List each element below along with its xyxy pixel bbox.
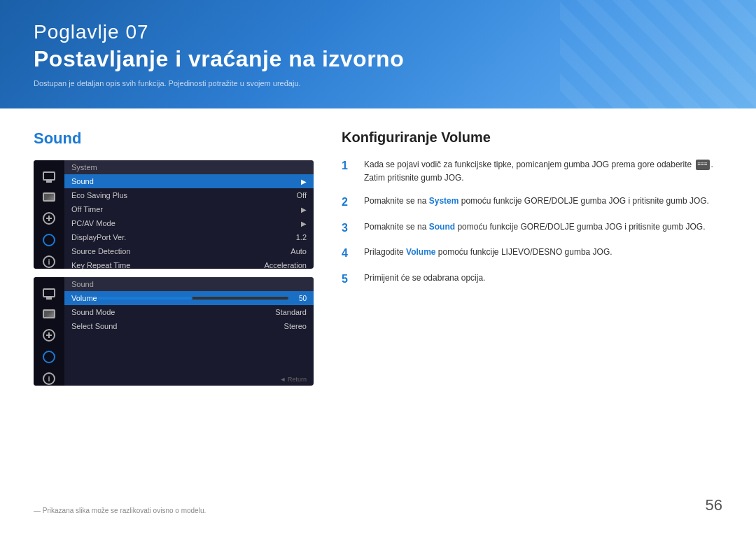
menu-items-2: Volume50Sound ModeStandardSelect SoundSt… xyxy=(64,291,314,373)
list-item: Sound▶ xyxy=(64,174,314,188)
crosshair-display-icon-2 xyxy=(43,329,55,342)
list-item: 5Primijenit će se odabrana opcija. xyxy=(342,272,722,287)
info-display-icon-2: i xyxy=(43,372,55,385)
list-item: Select SoundStereo xyxy=(64,319,314,333)
info-display-icon: i xyxy=(43,255,55,268)
image-icon-2 xyxy=(41,307,57,322)
gear-icon xyxy=(41,233,57,248)
list-item: 1Kada se pojavi vodič za funkcijske tipk… xyxy=(342,158,722,185)
crosshair-display-icon xyxy=(43,212,55,225)
list-item: Source DetectionAuto xyxy=(64,244,314,258)
image-display-icon-2 xyxy=(43,309,55,318)
list-item: DisplayPort Ver.1.2 xyxy=(64,230,314,244)
list-item: Off Timer▶ xyxy=(64,202,314,216)
return-label-2: ◄ Return xyxy=(64,373,314,386)
page-number: 56 xyxy=(706,496,722,514)
gear-display-icon xyxy=(43,234,55,246)
header-subtitle: Dostupan je detaljan opis svih funkcija.… xyxy=(34,79,722,87)
footer-note: Prikazana slika može se razlikovati ovis… xyxy=(34,507,206,514)
steps-list: 1Kada se pojavi vodič za funkcijske tipk… xyxy=(342,158,722,287)
chapter-label: Poglavlje 07 xyxy=(34,21,722,43)
info-icon: i xyxy=(41,254,57,269)
crosshair-icon xyxy=(41,211,57,226)
jog-icon: ≡≡≡ xyxy=(696,160,710,170)
monitor-sidebar-2: i xyxy=(34,277,64,386)
monitor-display-icon xyxy=(43,171,55,181)
list-item: Eco Saving PlusOff xyxy=(64,188,314,202)
gear-display-icon-2 xyxy=(43,351,55,363)
volume-bar-container: 50 xyxy=(97,295,307,302)
gear-icon-2 xyxy=(41,350,57,365)
monitor-menu-content-1: System Sound▶Eco Saving PlusOffOff Timer… xyxy=(64,160,314,269)
list-item: 2Pomaknite se na System pomoću funkcije … xyxy=(342,195,722,210)
chapter-title: Postavljanje i vraćanje na izvorno xyxy=(34,46,722,72)
monitor-menu-content-2: Sound Volume50Sound ModeStandardSelect S… xyxy=(64,277,314,386)
crosshair-icon-2 xyxy=(41,328,57,343)
screenshot-sound-menu: i Sound Volume50Sound ModeStandardSelect… xyxy=(34,277,314,386)
list-item: 3Pomaknite se na Sound pomoću funkcije G… xyxy=(342,220,722,236)
monitor-display-icon-2 xyxy=(43,288,55,297)
screenshot-system-menu: i System Sound▶Eco Saving PlusOffOff Tim… xyxy=(34,160,314,269)
main-content: Sound i System xyxy=(0,108,756,408)
list-item: Sound ModeStandard xyxy=(64,305,314,319)
info-icon-2: i xyxy=(41,371,57,386)
config-title: Konfiguriranje Volume xyxy=(342,129,722,146)
image-display-icon xyxy=(43,192,55,202)
list-item: 4Prilagodite Volume pomoću funkcije LIJE… xyxy=(342,246,722,261)
menu-items-1: Sound▶Eco Saving PlusOffOff Timer▶PC/AV … xyxy=(64,174,314,269)
monitor-icon-2 xyxy=(41,286,57,300)
header-banner: Poglavlje 07 Postavljanje i vraćanje na … xyxy=(0,0,756,108)
image-icon xyxy=(41,190,57,205)
menu-header-1: System xyxy=(64,160,314,174)
list-item: Volume50 xyxy=(64,291,314,305)
list-item: Key Repeat TimeAcceleration xyxy=(64,258,314,269)
section-title: Sound xyxy=(34,129,314,148)
left-column: Sound i System xyxy=(34,129,314,394)
monitor-icon xyxy=(41,169,57,183)
menu-header-2: Sound xyxy=(64,277,314,291)
right-column: Konfiguriranje Volume 1Kada se pojavi vo… xyxy=(342,129,722,394)
list-item: PC/AV Mode▶ xyxy=(64,216,314,230)
monitor-sidebar-1: i xyxy=(34,160,64,269)
